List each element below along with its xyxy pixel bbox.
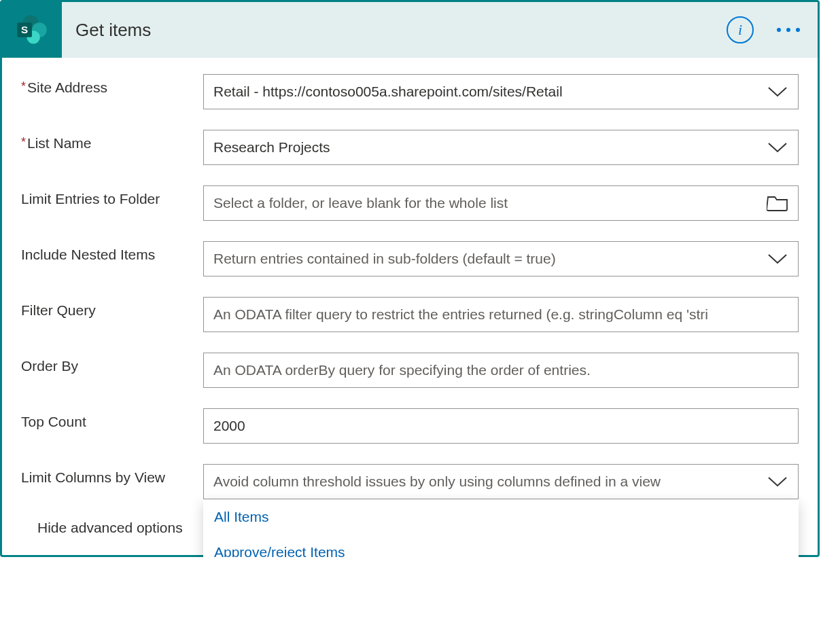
card-title: Get items: [75, 20, 727, 41]
field-label: Order By: [21, 353, 203, 374]
more-button[interactable]: [773, 24, 804, 36]
field-label: Limit Entries to Folder: [21, 185, 203, 207]
site-address-dropdown[interactable]: Retail - https://contoso005a.sharepoint.…: [203, 74, 799, 109]
limit-folder-picker[interactable]: Select a folder, or leave blank for the …: [203, 185, 799, 221]
field-row-site-address: *Site Address Retail - https://contoso00…: [21, 74, 799, 109]
field-label: Include Nested Items: [21, 241, 203, 263]
action-card: S Get items i *Site Address Retail - htt…: [0, 0, 820, 557]
chevron-down-icon: [767, 86, 788, 98]
chevron-down-icon: [767, 476, 788, 488]
field-label: Top Count: [21, 408, 203, 430]
field-label: *List Name: [21, 130, 203, 151]
card-body: *Site Address Retail - https://contoso00…: [2, 58, 818, 555]
required-asterisk: *: [21, 79, 26, 93]
field-row-list-name: *List Name Research Projects: [21, 130, 799, 165]
field-row-limit-folder: Limit Entries to Folder Select a folder,…: [21, 185, 799, 221]
card-header: S Get items i: [2, 2, 818, 58]
dropdown-option-approve-reject[interactable]: Approve/reject Items: [203, 535, 799, 557]
filter-query-input[interactable]: [203, 297, 799, 332]
chevron-down-icon: [767, 253, 788, 265]
field-row-nested: Include Nested Items Return entries cont…: [21, 241, 799, 276]
field-row-order-by: Order By: [21, 353, 799, 388]
field-label: Filter Query: [21, 297, 203, 319]
sharepoint-icon: S: [2, 2, 62, 58]
dropdown-option-all-items[interactable]: All Items: [203, 499, 799, 535]
field-label: *Site Address: [21, 74, 203, 96]
field-row-limit-view: Limit Columns by View Avoid column thres…: [21, 464, 799, 499]
field-row-top-count: Top Count: [21, 408, 799, 444]
order-by-input[interactable]: [203, 353, 799, 388]
svg-text:S: S: [21, 24, 28, 35]
field-label: Limit Columns by View: [21, 464, 203, 486]
info-icon: i: [738, 22, 742, 37]
include-nested-dropdown[interactable]: Return entries contained in sub-folders …: [203, 241, 799, 276]
folder-icon[interactable]: [767, 194, 788, 212]
list-name-dropdown[interactable]: Research Projects: [203, 130, 799, 165]
top-count-input[interactable]: [203, 408, 799, 444]
limit-view-dropdown-list: All Items Approve/reject Items My submis…: [203, 499, 799, 557]
info-button[interactable]: i: [727, 16, 754, 43]
field-row-filter: Filter Query: [21, 297, 799, 332]
limit-view-dropdown[interactable]: Avoid column threshold issues by only us…: [203, 464, 799, 499]
ellipsis-icon: [777, 28, 781, 32]
chevron-down-icon: [767, 141, 788, 154]
required-asterisk: *: [21, 135, 26, 149]
